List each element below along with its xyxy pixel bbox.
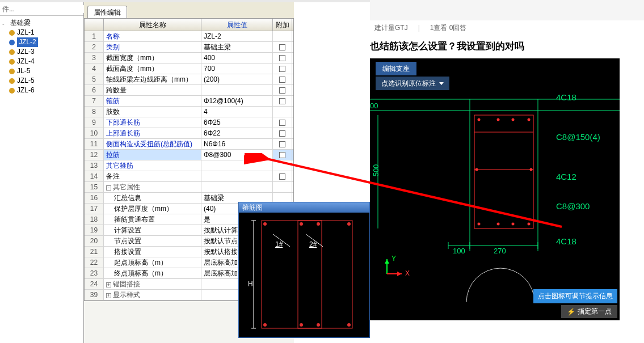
stirrup-label-2: 2# — [309, 240, 317, 248]
svg-point-31 — [528, 223, 531, 226]
additional-checkbox[interactable] — [279, 98, 285, 104]
svg-point-25 — [497, 118, 500, 121]
svg-marker-44 — [385, 259, 389, 264]
tree-item-jzl6[interactable]: JZL-6 — [0, 86, 83, 95]
property-row[interactable]: 1名称JZL-2 — [85, 31, 293, 42]
anno-top-rebar: 4C18 — [556, 92, 576, 102]
svg-point-29 — [497, 223, 500, 226]
additional-checkbox[interactable] — [279, 55, 285, 61]
svg-point-26 — [512, 118, 515, 121]
axis-y: Y — [392, 255, 396, 262]
header-add: 附加 — [273, 19, 292, 31]
additional-checkbox[interactable] — [279, 44, 285, 50]
stirrup-H: H — [248, 280, 253, 288]
tree-search-row — [0, 2, 83, 16]
component-tree-panel: 基础梁 JZL-1 JZL-2 JZL-3 JZL-4 JL-5 JZL-5 J… — [0, 2, 84, 343]
svg-point-5 — [347, 222, 351, 226]
dim-600: 00 — [370, 101, 378, 110]
tab-property-edit[interactable]: 属性编辑 — [87, 6, 127, 18]
svg-marker-45 — [397, 272, 402, 276]
svg-point-24 — [478, 118, 481, 121]
anno-c8-150: C8@150(4) — [556, 132, 600, 142]
lightning-icon: ⚡ — [567, 308, 575, 316]
property-row[interactable]: 5轴线距梁左边线距离（mm）(200) — [85, 74, 293, 85]
dim-270: 270 — [494, 247, 506, 255]
property-row[interactable]: 15-其它属性 — [85, 182, 293, 193]
svg-point-28 — [478, 223, 481, 226]
additional-checkbox[interactable] — [279, 66, 285, 72]
tree-item-jzl5[interactable]: JZL-5 — [0, 76, 83, 86]
tree-root[interactable]: 基础梁 — [0, 18, 83, 28]
property-row[interactable]: 11侧面构造或受扭筋(总配筋值)N6Φ16 — [85, 139, 293, 150]
property-row[interactable]: 6跨数量 — [85, 85, 293, 96]
stirrup-canvas: 1# 2# H — [239, 213, 369, 338]
cad-viewport[interactable]: 编辑支座 点选识别原位标注 — [370, 58, 620, 320]
question-title: 也结筋该怎么设置？我设置到的对吗 — [370, 35, 644, 58]
svg-point-34 — [475, 168, 478, 171]
search-input[interactable] — [2, 5, 87, 13]
axis-x: X — [405, 269, 410, 277]
header-value: 属性值 — [201, 19, 273, 31]
additional-checkbox[interactable] — [279, 77, 285, 83]
svg-text:1#: 1# — [275, 240, 283, 248]
additional-checkbox[interactable] — [279, 130, 285, 137]
property-row[interactable]: 9下部通长筋6Φ25 — [85, 117, 293, 128]
tree-item-jl5[interactable]: JL-5 — [0, 66, 83, 76]
tree-item-jzl2[interactable]: JZL-2 — [0, 37, 83, 47]
property-header: 属性名称 属性值 附加 — [85, 19, 293, 31]
dim-500: 500 — [372, 164, 380, 177]
cad-hint-bubble[interactable]: 点击图标可调节提示信息 — [533, 289, 617, 303]
tree-item-jzl4[interactable]: JZL-4 — [0, 57, 83, 66]
additional-checkbox[interactable] — [279, 87, 285, 94]
svg-text:2#: 2# — [309, 240, 317, 248]
tree-item-jzl3[interactable]: JZL-3 — [0, 47, 83, 57]
property-row[interactable]: 2类别基础主梁 — [85, 42, 293, 53]
additional-checkbox[interactable] — [279, 173, 285, 180]
crumb-stats: 1查看 0回答 — [430, 20, 467, 35]
svg-point-8 — [300, 222, 303, 226]
svg-point-27 — [528, 118, 531, 121]
svg-point-9 — [317, 222, 320, 226]
crumb-item[interactable]: 建计量GTJ — [374, 20, 408, 35]
dim-100: 100 — [453, 247, 465, 255]
stirrup-popup-title: 箍筋图 — [239, 202, 369, 213]
svg-rect-3 — [298, 221, 322, 328]
svg-rect-2 — [262, 221, 352, 328]
anno-4c12: 4C12 — [556, 172, 576, 181]
property-row[interactable]: 12拉筋Φ8@300 — [85, 150, 293, 160]
additional-checkbox[interactable] — [279, 152, 285, 158]
svg-point-35 — [530, 168, 533, 171]
svg-point-4 — [263, 222, 267, 226]
tree-list: 基础梁 JZL-1 JZL-2 JZL-3 JZL-4 JL-5 JZL-5 J… — [0, 16, 83, 98]
property-row[interactable]: 4截面高度（mm）700 — [85, 63, 293, 74]
anno-bottom-rebar: 4C18 — [556, 236, 576, 246]
property-row[interactable]: 13其它箍筋 — [85, 160, 293, 171]
tree-item-jzl1[interactable]: JZL-1 — [0, 28, 83, 37]
property-tabs: 属性编辑 — [84, 2, 294, 18]
svg-point-6 — [263, 323, 267, 327]
stirrup-diagram-popup: 箍筋图 1# 2# H — [238, 202, 370, 338]
svg-point-30 — [512, 223, 515, 226]
property-row[interactable]: 14备注 — [85, 171, 293, 182]
svg-point-7 — [347, 323, 351, 327]
additional-checkbox[interactable] — [279, 120, 285, 126]
property-row[interactable]: 10上部通长筋6Φ22 — [85, 128, 293, 139]
svg-point-11 — [317, 323, 320, 327]
property-row[interactable]: 3截面宽度（mm）400 — [85, 53, 293, 63]
breadcrumb: 建计量GTJ | 1查看 0回答 — [370, 20, 644, 35]
cad-footer-prompt: ⚡指定第一点 — [561, 305, 617, 318]
stirrup-label-1: 1# — [275, 240, 283, 248]
anno-c8-300: C8@300 — [556, 201, 590, 211]
additional-checkbox[interactable] — [279, 141, 285, 147]
property-row[interactable]: 8肢数4 — [85, 107, 293, 117]
property-row[interactable]: 7箍筋Φ12@100(4) — [85, 96, 293, 107]
right-browser-panel: 建计量GTJ | 1查看 0回答 也结筋该怎么设置？我设置到的对吗 编辑支座 点… — [370, 0, 644, 343]
svg-point-10 — [300, 323, 303, 327]
header-name: 属性名称 — [104, 19, 201, 31]
